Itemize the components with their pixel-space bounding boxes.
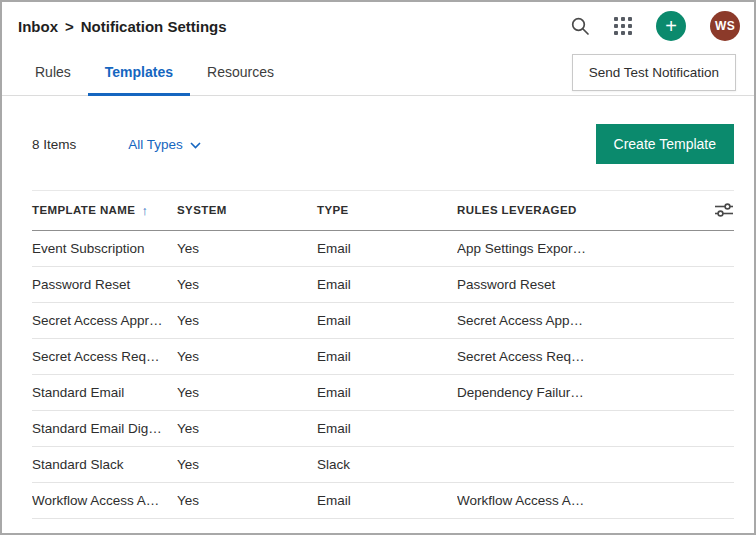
- cell-type: Email: [317, 277, 457, 292]
- cell-system: Yes: [177, 457, 317, 472]
- cell-system: Yes: [177, 385, 317, 400]
- cell-type: Email: [317, 313, 457, 328]
- cell-template-name: Standard Email: [32, 385, 177, 400]
- cell-type: Slack: [317, 457, 457, 472]
- cell-rules-leveraged: Secret Access App…: [457, 313, 694, 328]
- cell-system: Yes: [177, 349, 317, 364]
- tab-rules[interactable]: Rules: [18, 50, 88, 96]
- header-actions: + WS: [570, 11, 740, 41]
- sort-asc-icon: ↑: [141, 203, 148, 218]
- notification-settings-page: Inbox > Notification Settings + WS: [0, 0, 756, 535]
- tab-resources[interactable]: Resources: [190, 50, 291, 96]
- table-row[interactable]: Workflow Access A… Yes Email Workflow Ac…: [32, 483, 734, 519]
- table-header: Template Name ↑ System Type Rules Levera…: [32, 190, 734, 231]
- table-body: Event Subscription Yes Email App Setting…: [32, 231, 734, 519]
- breadcrumb: Inbox > Notification Settings: [18, 18, 227, 35]
- column-header-rules-leveraged[interactable]: Rules Leveraged: [457, 204, 694, 216]
- send-test-notification-button[interactable]: Send Test Notification: [572, 54, 736, 91]
- cell-system: Yes: [177, 241, 317, 256]
- table-row[interactable]: Password Reset Yes Email Password Reset: [32, 267, 734, 303]
- breadcrumb-current: Notification Settings: [81, 18, 227, 35]
- cell-template-name: Event Subscription: [32, 241, 177, 256]
- cell-template-name: Workflow Access A…: [32, 493, 177, 508]
- create-template-button[interactable]: Create Template: [596, 124, 734, 164]
- tab-bar: RulesTemplatesResources: [18, 50, 291, 95]
- cell-system: Yes: [177, 421, 317, 436]
- cell-type: Email: [317, 349, 457, 364]
- column-header-template-name[interactable]: Template Name ↑: [32, 203, 177, 218]
- cell-system: Yes: [177, 493, 317, 508]
- table-row[interactable]: Standard Email Dig… Yes Email: [32, 411, 734, 447]
- cell-rules-leveraged: Workflow Access A…: [457, 493, 694, 508]
- table-row[interactable]: Standard Email Yes Email Dependency Fail…: [32, 375, 734, 411]
- cell-type: Email: [317, 241, 457, 256]
- tab-bar-row: RulesTemplatesResources Send Test Notifi…: [2, 50, 754, 96]
- add-button[interactable]: +: [656, 11, 686, 41]
- cell-template-name: Secret Access Appr…: [32, 313, 177, 328]
- cell-template-name: Standard Email Dig…: [32, 421, 177, 436]
- search-icon[interactable]: [570, 16, 590, 36]
- templates-table: Template Name ↑ System Type Rules Levera…: [32, 190, 734, 519]
- cell-rules-leveraged: Secret Access Req…: [457, 349, 694, 364]
- table-row[interactable]: Event Subscription Yes Email App Setting…: [32, 231, 734, 267]
- avatar[interactable]: WS: [710, 11, 740, 41]
- column-header-type[interactable]: Type: [317, 204, 457, 216]
- column-header-system[interactable]: System: [177, 204, 317, 216]
- cell-rules-leveraged: Password Reset: [457, 277, 694, 292]
- cell-template-name: Secret Access Req…: [32, 349, 177, 364]
- cell-type: Email: [317, 385, 457, 400]
- cell-system: Yes: [177, 277, 317, 292]
- tab-templates[interactable]: Templates: [88, 50, 190, 96]
- cell-type: Email: [317, 493, 457, 508]
- items-count: 8 Items: [32, 137, 76, 152]
- cell-rules-leveraged: Dependency Failur…: [457, 385, 694, 400]
- cell-type: Email: [317, 421, 457, 436]
- cell-template-name: Password Reset: [32, 277, 177, 292]
- chevron-down-icon: [190, 135, 201, 153]
- table-row[interactable]: Secret Access Req… Yes Email Secret Acce…: [32, 339, 734, 375]
- table-row[interactable]: Standard Slack Yes Slack: [32, 447, 734, 483]
- type-filter-value: All Types: [128, 137, 183, 152]
- breadcrumb-inbox[interactable]: Inbox: [18, 18, 58, 35]
- apps-grid-icon[interactable]: [614, 17, 632, 35]
- type-filter-dropdown[interactable]: All Types: [128, 135, 201, 153]
- column-settings-icon[interactable]: [714, 202, 734, 218]
- table-row[interactable]: Secret Access Appr… Yes Email Secret Acc…: [32, 303, 734, 339]
- list-toolbar: 8 Items All Types Create Template: [32, 124, 734, 164]
- cell-template-name: Standard Slack: [32, 457, 177, 472]
- cell-rules-leveraged: App Settings Expor…: [457, 241, 694, 256]
- cell-system: Yes: [177, 313, 317, 328]
- app-header: Inbox > Notification Settings + WS: [2, 2, 754, 50]
- breadcrumb-separator: >: [65, 18, 74, 35]
